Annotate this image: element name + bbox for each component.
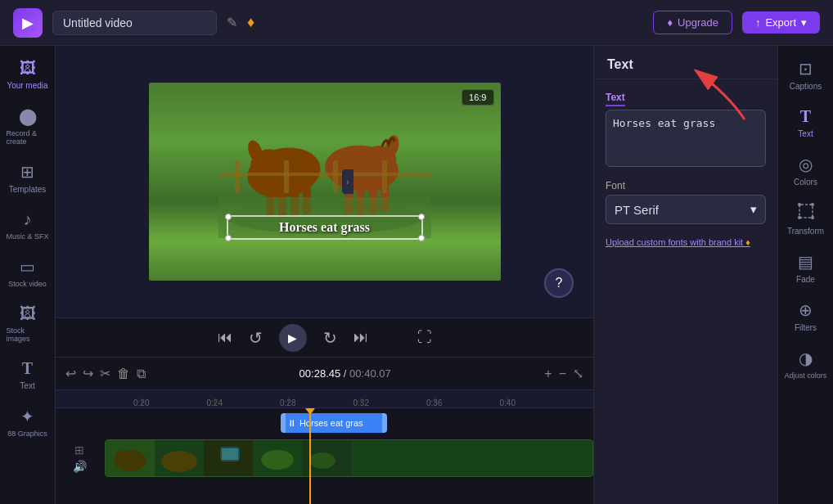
text-section-label: Text bbox=[606, 92, 625, 106]
timeline-ruler: 0:20 0:24 0:28 0:32 0:36 0:40 bbox=[56, 390, 593, 408]
sidebar-item-text-label: Text bbox=[20, 381, 34, 390]
stock-video-icon: ▭ bbox=[20, 257, 35, 277]
upgrade-label: Upgrade bbox=[678, 16, 718, 29]
your-media-icon: 🖼 bbox=[20, 59, 36, 78]
time-current: 00:28.45 bbox=[299, 367, 341, 380]
time-total: 00:40.07 bbox=[349, 367, 391, 380]
sidebar-item-music-sfx[interactable]: ♪ Music & SFX bbox=[3, 204, 52, 247]
far-sidebar-item-text[interactable]: T Text bbox=[781, 101, 831, 145]
text-far-icon: T bbox=[800, 107, 811, 126]
export-chevron-icon: ▾ bbox=[801, 16, 807, 29]
svg-point-38 bbox=[811, 216, 814, 219]
delete-button[interactable]: 🗑 bbox=[117, 367, 130, 381]
sidebar-item-stock-images[interactable]: 🖼 Stock images bbox=[3, 298, 52, 349]
video-track-icons: ⊞ 🔊 bbox=[73, 443, 87, 473]
text-content-input[interactable]: Horses eat grass bbox=[606, 110, 766, 167]
redo-button[interactable]: ↪ bbox=[83, 366, 93, 381]
video-preview: Horses eat grass 16:9 ? › bbox=[56, 46, 593, 317]
font-name: PT Serif bbox=[615, 203, 659, 217]
fullscreen-button[interactable]: ⛶ bbox=[417, 329, 432, 346]
record-create-icon: ⬤ bbox=[19, 106, 37, 126]
timeline-area: ↩ ↪ ✂ 🗑 ⧉ 00:28.45 / 00:40.07 + − ⤡ bbox=[56, 357, 593, 504]
help-icon: ? bbox=[556, 276, 563, 290]
text-sidebar-icon: T bbox=[22, 359, 33, 378]
play-button[interactable]: ▶ bbox=[279, 324, 307, 352]
sidebar-item-your-media[interactable]: 🖼 Your media bbox=[3, 52, 52, 97]
sidebar-item-graphics[interactable]: ✦ 88 Graphics bbox=[3, 400, 52, 444]
upgrade-button[interactable]: ♦ Upgrade bbox=[653, 11, 732, 34]
font-chevron-icon: ▾ bbox=[750, 202, 757, 217]
filters-icon: ⊕ bbox=[799, 300, 813, 320]
ruler-mark-032: 0:32 bbox=[325, 398, 398, 407]
zoom-out-button[interactable]: − bbox=[559, 367, 566, 381]
center-area: Horses eat grass 16:9 ? › ⏮ ↺ ▶ ↻ ⏭ ⛶ bbox=[56, 46, 593, 504]
sidebar-item-your-media-label: Your media bbox=[7, 81, 47, 90]
sidebar-item-templates[interactable]: ⊞ Templates bbox=[3, 155, 52, 200]
project-title-input[interactable]: Untitled video bbox=[52, 11, 217, 35]
filters-label: Filters bbox=[795, 323, 817, 332]
captions-label: Captions bbox=[790, 82, 822, 91]
collapse-right-button[interactable]: › bbox=[342, 169, 353, 194]
far-right-sidebar: ⊡ Captions T Text ◎ Colors Transform bbox=[777, 46, 833, 504]
forward-button[interactable]: ↻ bbox=[323, 328, 337, 348]
far-sidebar-item-colors[interactable]: ◎ Colors bbox=[781, 148, 831, 193]
expand-timeline-button[interactable]: ⤡ bbox=[573, 366, 583, 381]
adjust-colors-label: Adjust colors bbox=[785, 371, 827, 380]
video-canvas[interactable]: Horses eat grass 16:9 bbox=[149, 83, 501, 281]
timeline-toolbar: ↩ ↪ ✂ 🗑 ⧉ 00:28.45 / 00:40.07 + − ⤡ bbox=[56, 358, 593, 390]
text-clip-left-handle[interactable] bbox=[281, 413, 286, 433]
video-track-transform-icon[interactable]: ⊞ bbox=[74, 443, 84, 457]
upgrade-diamond-icon: ♦ bbox=[667, 16, 673, 29]
panel-header: Text bbox=[594, 46, 777, 79]
panel-body: Text Horses eat grass Font PT Serif ▾ Up… bbox=[594, 79, 777, 504]
add-clip-button[interactable]: + bbox=[544, 367, 552, 381]
sidebar-item-music-label: Music & SFX bbox=[7, 232, 49, 241]
ruler-marks: 0:20 0:24 0:28 0:32 0:36 0:40 bbox=[105, 390, 544, 407]
playhead[interactable] bbox=[309, 408, 311, 504]
upload-custom-fonts-link[interactable]: Upload custom fonts with brand kit ♦ bbox=[606, 237, 750, 247]
text-track-row: ⏸ Horses eat gras bbox=[56, 408, 593, 438]
undo-button[interactable]: ↩ bbox=[65, 366, 76, 381]
sidebar-item-stock-images-label: Stock images bbox=[7, 326, 49, 343]
sidebar-item-stock-video[interactable]: ▭ Stock video bbox=[3, 250, 52, 295]
text-selection-container[interactable]: Horses eat grass bbox=[227, 215, 423, 240]
far-sidebar-item-transform[interactable]: Transform bbox=[781, 196, 831, 242]
svg-rect-15 bbox=[218, 173, 431, 176]
title-settings-icon[interactable]: ✎ bbox=[227, 15, 237, 30]
far-sidebar-item-captions[interactable]: ⊡ Captions bbox=[781, 52, 831, 97]
fade-label: Fade bbox=[796, 275, 815, 284]
aspect-ratio-badge[interactable]: 16:9 bbox=[462, 89, 493, 106]
help-button[interactable]: ? bbox=[544, 268, 574, 298]
far-sidebar-item-adjust-colors[interactable]: ◑ Adjust colors bbox=[781, 342, 831, 386]
font-selector[interactable]: PT Serif ▾ bbox=[606, 195, 766, 224]
svg-point-35 bbox=[798, 203, 801, 206]
svg-rect-19 bbox=[382, 160, 387, 193]
sidebar-item-record-create[interactable]: ⬤ Record & create bbox=[3, 100, 52, 152]
video-track[interactable] bbox=[105, 439, 593, 477]
video-track-audio-icon[interactable]: 🔊 bbox=[73, 460, 87, 473]
sidebar-item-stock-video-label: Stock video bbox=[8, 280, 47, 288]
text-section: Text Horses eat grass bbox=[606, 89, 766, 170]
text-clip[interactable]: ⏸ Horses eat gras bbox=[281, 413, 387, 433]
templates-icon: ⊞ bbox=[20, 162, 34, 182]
skip-back-button[interactable]: ⏮ bbox=[218, 329, 232, 346]
svg-point-37 bbox=[798, 216, 801, 219]
skip-forward-button[interactable]: ⏭ bbox=[353, 329, 368, 346]
far-sidebar-item-filters[interactable]: ⊕ Filters bbox=[781, 294, 831, 339]
sidebar-item-text[interactable]: T Text bbox=[3, 353, 52, 397]
video-controls: ⏮ ↺ ▶ ↻ ⏭ ⛶ bbox=[56, 317, 593, 357]
timeline-tracks: ⏸ Horses eat gras ⊞ 🔊 bbox=[56, 408, 593, 504]
colors-icon: ◎ bbox=[799, 155, 813, 174]
video-track-label: ⊞ 🔊 bbox=[56, 411, 103, 505]
upload-custom-fonts-text: Upload custom fonts with brand kit bbox=[606, 237, 745, 247]
text-far-label: Text bbox=[798, 129, 813, 138]
duplicate-button[interactable]: ⧉ bbox=[137, 367, 146, 381]
ruler-mark-036: 0:36 bbox=[398, 398, 471, 407]
clip-pause-icon: ⏸ bbox=[287, 418, 296, 428]
rewind-button[interactable]: ↺ bbox=[249, 328, 263, 348]
svg-rect-17 bbox=[284, 160, 289, 193]
cut-button[interactable]: ✂ bbox=[100, 366, 110, 381]
far-sidebar-item-fade[interactable]: ▤ Fade bbox=[781, 245, 831, 290]
text-clip-right-handle[interactable] bbox=[382, 413, 387, 433]
export-button[interactable]: ↑ Export ▾ bbox=[742, 11, 820, 34]
